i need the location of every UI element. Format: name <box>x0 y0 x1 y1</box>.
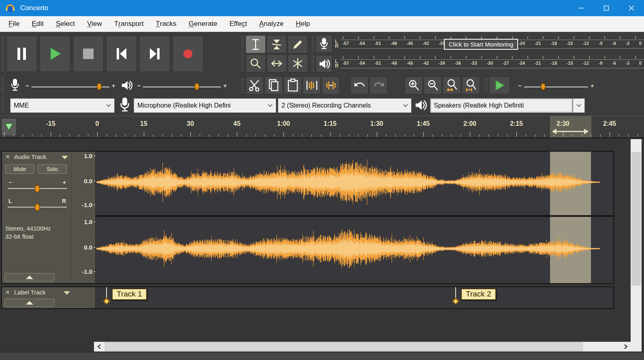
playback-device-dropdown-button[interactable] <box>573 98 585 113</box>
title-bar[interactable]: Concerto <box>0 0 644 16</box>
recording-volume-thumb[interactable] <box>96 83 102 90</box>
paste-button[interactable] <box>284 76 302 94</box>
recording-volume-plus: + <box>109 82 118 89</box>
fit-project-button[interactable] <box>462 76 480 94</box>
audio-track-collapse-button[interactable] <box>4 273 55 282</box>
vertical-scrollbar[interactable] <box>631 139 642 342</box>
label-text[interactable]: Track 2 <box>461 288 496 300</box>
playback-meter-toolbar[interactable]: LR -57-54-51-48-45-42-39-36-33-30-27-24-… <box>311 54 644 73</box>
label-marker[interactable] <box>103 297 110 305</box>
device-toolbar-grip[interactable] <box>1 98 4 114</box>
skip-to-start-button[interactable] <box>106 36 137 72</box>
pause-icon <box>15 46 29 61</box>
play-at-speed-button[interactable] <box>489 76 510 94</box>
transport-toolbar-grip[interactable] <box>1 35 4 73</box>
menu-generate[interactable]: Generate <box>183 16 224 32</box>
menu-analyze[interactable]: Analyze <box>253 16 290 32</box>
menu-view[interactable]: View <box>81 16 108 32</box>
menu-transport[interactable]: Transport <box>108 16 150 32</box>
meter-db-label: -36 <box>454 61 461 66</box>
recording-device-select[interactable]: Microphone (Realtek High Defini <box>134 98 276 113</box>
horizontal-scrollbar[interactable] <box>94 342 631 352</box>
maximize-button[interactable] <box>594 0 619 16</box>
time-shift-tool-button[interactable] <box>267 54 287 72</box>
menu-effect[interactable]: Effect <box>224 16 253 32</box>
recording-meter-grip[interactable] <box>311 35 314 53</box>
edit-toolbar-grip[interactable] <box>241 77 244 94</box>
menu-tracks[interactable]: Tracks <box>150 16 183 32</box>
audio-track-close-button[interactable]: × <box>4 153 12 161</box>
cut-button[interactable] <box>245 76 264 94</box>
playback-speed-thumb[interactable] <box>541 83 546 90</box>
pause-button[interactable] <box>6 36 37 72</box>
fit-selection-button[interactable] <box>443 76 461 94</box>
track-menu-icon[interactable] <box>62 156 68 159</box>
label-track-close-button[interactable]: × <box>4 288 12 296</box>
meter-db-label: -15 <box>567 41 573 46</box>
silence-audio-button[interactable] <box>322 76 340 94</box>
speaker-icon <box>120 79 132 91</box>
meter-db-label: -6 <box>612 41 616 46</box>
play-button[interactable] <box>40 36 70 72</box>
microphone-icon <box>10 78 20 92</box>
menu-help[interactable]: Help <box>290 16 316 32</box>
scroll-left-arrow[interactable] <box>94 342 104 352</box>
menu-file[interactable]: File <box>2 16 26 32</box>
copy-icon <box>267 78 280 92</box>
playback-meter-speaker-button[interactable] <box>316 55 333 72</box>
recording-meter-mic-button[interactable] <box>316 35 333 53</box>
zoom-in-button[interactable] <box>405 76 423 94</box>
pan-thumb[interactable] <box>34 203 40 211</box>
stop-button[interactable] <box>73 36 104 72</box>
gain-thumb[interactable] <box>34 185 40 193</box>
minimize-button[interactable] <box>569 0 594 16</box>
close-button[interactable] <box>619 0 644 16</box>
vertical-ruler[interactable]: 1.00.0-1.01.00.0-1.0 <box>72 152 96 283</box>
playback-volume-thumb[interactable] <box>194 83 199 90</box>
zoom-tool-button[interactable] <box>245 54 266 72</box>
playback-speed-slider[interactable] <box>524 82 588 89</box>
audio-host-select[interactable]: MME <box>10 98 115 113</box>
play-at-speed-grip[interactable] <box>485 77 488 94</box>
label-track-collapse-button[interactable] <box>4 299 55 307</box>
scroll-right-arrow[interactable] <box>621 342 631 352</box>
label-marker[interactable] <box>452 297 459 305</box>
mute-button[interactable]: Mute <box>5 164 34 174</box>
waveform-left-channel[interactable] <box>96 152 613 215</box>
tools-toolbar-grip[interactable] <box>241 35 244 73</box>
audio-track-name[interactable]: Audio Track <box>14 153 46 160</box>
mixer-toolbar-grip[interactable] <box>1 76 4 94</box>
copy-button[interactable] <box>264 76 283 94</box>
record-button[interactable] <box>173 36 203 72</box>
recording-channels-select[interactable]: 2 (Stereo) Recording Channels <box>278 98 412 113</box>
label-zone[interactable]: Track 1Track 2 <box>96 287 613 308</box>
draw-tool-button[interactable] <box>288 35 308 53</box>
multi-tool-button[interactable] <box>288 54 308 72</box>
playback-volume-slider[interactable] <box>143 82 221 89</box>
selection-tool-button[interactable] <box>245 35 266 53</box>
skip-to-end-button[interactable] <box>139 36 170 72</box>
label-text[interactable]: Track 1 <box>112 288 147 300</box>
track-menu-icon[interactable] <box>64 291 70 295</box>
timeline-label-15: 15 <box>140 120 147 127</box>
zoom-out-button[interactable] <box>424 76 442 94</box>
redo-button[interactable] <box>369 76 388 94</box>
trim-audio-button[interactable] <box>303 76 321 94</box>
waveform-right-channel[interactable] <box>96 217 613 283</box>
envelope-tool-button[interactable] <box>267 35 287 53</box>
chevron-left-icon <box>98 344 101 349</box>
solo-button[interactable]: Solo <box>38 164 67 174</box>
meter-db-label: -3 <box>625 41 629 46</box>
playback-device-select[interactable]: Speakers (Realtek High Definiti <box>430 98 573 113</box>
timeline-ruler[interactable]: -1501530451:001:151:301:452:002:152:302:… <box>0 116 644 138</box>
label-track-name[interactable]: Label Track <box>14 289 46 296</box>
monitoring-tooltip[interactable]: Click to Start Monitoring <box>444 39 518 50</box>
recording-volume-slider[interactable] <box>32 82 109 89</box>
menu-edit[interactable]: Edit <box>26 16 49 32</box>
horizontal-scrollbar-thumb[interactable] <box>105 342 583 351</box>
vertical-scrollbar-thumb[interactable] <box>631 152 641 286</box>
undo-button[interactable] <box>350 76 369 94</box>
menu-select[interactable]: Select <box>50 16 81 32</box>
playback-meter-grip[interactable] <box>311 55 314 72</box>
ruler-value: 0.0 <box>84 178 92 184</box>
